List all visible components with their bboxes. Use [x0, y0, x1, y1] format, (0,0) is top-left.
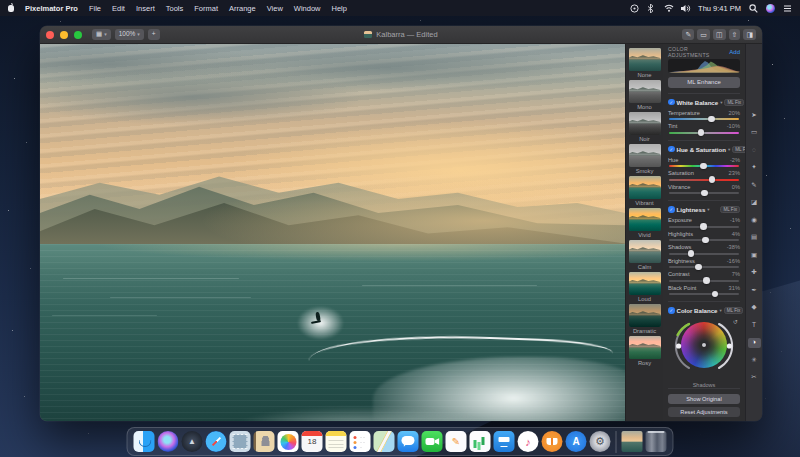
pen-tool[interactable]: ✒ [748, 285, 761, 295]
color-adjustments-tool[interactable]: ◑ [748, 338, 761, 348]
slider-thumb[interactable] [701, 190, 708, 197]
vibrance-slider[interactable] [669, 192, 739, 194]
maximize-button[interactable] [74, 31, 82, 39]
menu-window[interactable]: Window [294, 4, 321, 13]
preset-smoky[interactable]: Smoky [629, 144, 661, 174]
preset-vibrant[interactable]: Vibrant [629, 176, 661, 206]
white-balance-checkbox[interactable]: ✓ [668, 99, 675, 106]
preset-rosy[interactable]: Rosy [629, 336, 661, 366]
gradient-tool[interactable]: ▤ [748, 233, 761, 243]
menu-edit[interactable]: Edit [112, 4, 125, 13]
dock-itunes-icon[interactable] [518, 431, 539, 452]
menu-insert[interactable]: Insert [136, 4, 155, 13]
hue-slider[interactable] [669, 165, 739, 167]
chevron-down-icon[interactable]: ▾ [707, 207, 709, 212]
ml-fix-button[interactable]: ML Fix [732, 146, 745, 153]
dock-pages-icon[interactable] [446, 431, 467, 452]
dock-maps-icon[interactable] [374, 431, 395, 452]
edit-tool-button[interactable]: ✎ [682, 29, 694, 40]
slider-thumb[interactable] [695, 264, 702, 271]
canvas[interactable] [40, 44, 625, 421]
dock-keynote-icon[interactable] [494, 431, 515, 452]
preset-none[interactable]: None [629, 48, 661, 78]
slider-thumb[interactable] [698, 129, 705, 136]
menu-view[interactable]: View [267, 4, 283, 13]
slider-thumb[interactable] [700, 163, 707, 170]
add-adjustment-button[interactable]: Add [729, 49, 740, 55]
dock-notes-icon[interactable] [326, 431, 347, 452]
slider-thumb[interactable] [702, 237, 709, 244]
ml-fix-button[interactable]: ML Fix [720, 206, 740, 213]
lasso-tool[interactable]: ◌ [748, 145, 761, 155]
reset-adjustments-button[interactable]: Reset Adjustments [668, 407, 740, 417]
minimize-button[interactable] [60, 31, 68, 39]
app-menu-title[interactable]: Pixelmator Pro [25, 4, 78, 13]
menu-tools[interactable]: Tools [166, 4, 184, 13]
move-tool[interactable]: ➤ [748, 110, 761, 120]
slider-thumb[interactable] [700, 223, 707, 230]
menu-help[interactable]: Help [332, 4, 347, 13]
color-balance-checkbox[interactable]: ✓ [668, 307, 675, 314]
siri-icon[interactable] [766, 4, 775, 13]
show-original-button[interactable]: Show Original [668, 394, 740, 404]
view-options-button[interactable]: ▦ ▾ [92, 29, 111, 40]
dock-safari-icon[interactable] [206, 431, 227, 452]
slider-thumb[interactable] [708, 116, 715, 123]
export-button[interactable]: ⇧ [729, 29, 741, 40]
black-point-slider[interactable] [669, 293, 739, 295]
slider-thumb[interactable] [688, 250, 695, 257]
menu-file[interactable]: File [89, 4, 101, 13]
effects-tool[interactable]: ✳ [748, 355, 761, 365]
shadows-slider[interactable] [669, 253, 739, 255]
dock-system-preferences-icon[interactable] [590, 431, 611, 452]
crop-button[interactable]: ▭ [697, 29, 710, 40]
format-sidebar-button[interactable]: ◨ [743, 29, 756, 40]
title-bar[interactable]: ▦ ▾ 100% ▾ + Kalbarra — Edited ✎ ▭ ◫ ⇧ ◨ [40, 26, 762, 44]
retouch-tool[interactable]: ✚ [748, 268, 761, 278]
erase-tool[interactable]: ◪ [748, 198, 761, 208]
time-machine-icon[interactable] [630, 4, 639, 13]
saturation-slider[interactable] [669, 179, 739, 181]
ml-fix-button[interactable]: ML Fix [724, 307, 744, 314]
clone-tool[interactable]: ▣ [748, 250, 761, 260]
brightness-slider[interactable] [669, 266, 739, 268]
dock-launchpad-icon[interactable] [182, 431, 203, 452]
apple-menu-icon[interactable] [8, 5, 14, 12]
fill-tool[interactable]: ◉ [748, 215, 761, 225]
dock-finder-icon[interactable] [134, 431, 155, 452]
dock-contacts-icon[interactable] [254, 431, 275, 452]
quick-select-tool[interactable]: ✦ [748, 163, 761, 173]
temperature-slider[interactable] [669, 118, 739, 120]
dock-siri-icon[interactable] [158, 431, 179, 452]
dock-messages-icon[interactable] [398, 431, 419, 452]
contrast-slider[interactable] [669, 280, 739, 282]
select-tool[interactable]: ▭ [748, 128, 761, 138]
bluetooth-icon[interactable] [647, 4, 656, 13]
chevron-down-icon[interactable]: ▾ [728, 147, 730, 152]
dock-numbers-icon[interactable] [470, 431, 491, 452]
chevron-down-icon[interactable]: ▾ [720, 100, 722, 105]
ml-enhance-button[interactable]: ML Enhance [668, 77, 740, 88]
close-button[interactable] [46, 31, 54, 39]
notification-center-icon[interactable] [783, 4, 792, 13]
preset-vivid[interactable]: Vivid [629, 208, 661, 238]
text-tool[interactable]: T [748, 320, 761, 330]
hue-saturation-checkbox[interactable]: ✓ [668, 146, 675, 153]
menu-clock[interactable]: Thu 9:41 PM [698, 4, 741, 13]
dock-books-icon[interactable] [542, 431, 563, 452]
dock-mail-icon[interactable] [230, 431, 251, 452]
dock-appstore-icon[interactable] [566, 431, 587, 452]
dock-trash-icon[interactable] [646, 431, 667, 452]
highlights-slider[interactable] [669, 239, 739, 241]
dock-photos-icon[interactable] [278, 431, 299, 452]
slider-thumb[interactable] [709, 176, 716, 183]
wifi-icon[interactable] [664, 4, 673, 13]
preset-dramatic[interactable]: Dramatic [629, 304, 661, 334]
volume-icon[interactable] [681, 4, 690, 13]
preset-mono[interactable]: Mono [629, 80, 661, 110]
color-adjustments-button[interactable]: ◫ [713, 29, 726, 40]
ml-fix-button[interactable]: ML Fix [724, 99, 744, 106]
dock-calendar-icon[interactable]: 18 [302, 431, 323, 452]
color-wheel-handle[interactable] [702, 343, 706, 347]
chevron-down-icon[interactable]: ▾ [719, 308, 721, 313]
